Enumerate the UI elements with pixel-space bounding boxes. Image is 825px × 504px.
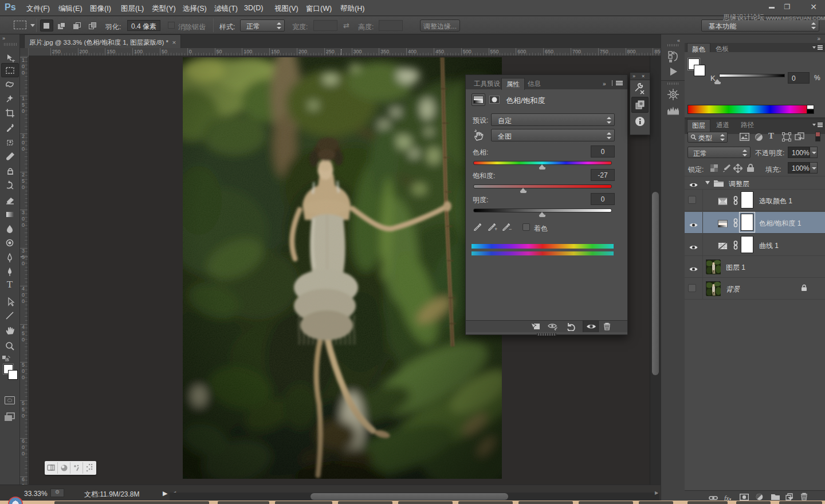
svg-text:T: T [7,279,13,290]
